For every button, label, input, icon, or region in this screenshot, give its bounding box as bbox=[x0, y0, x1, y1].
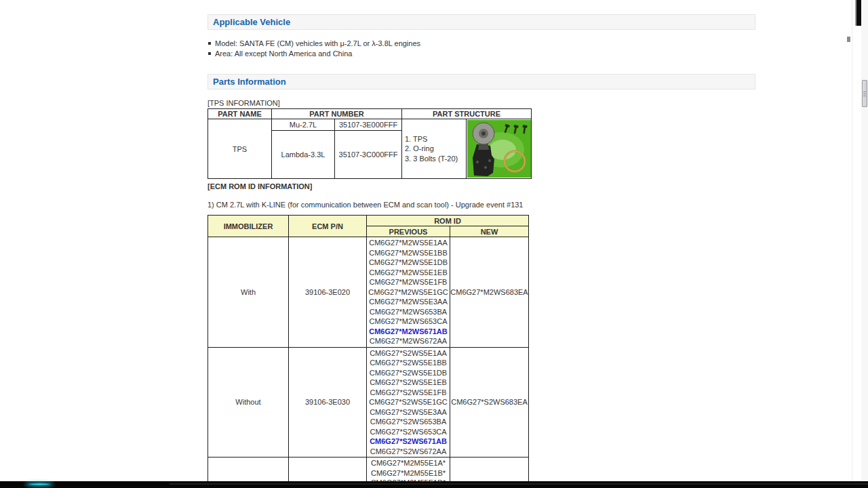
rom-header-row-1: IMMOBILIZER ECM P/N ROM ID bbox=[208, 216, 529, 226]
col-header-part-number: PART NUMBER bbox=[272, 109, 402, 119]
ecm-rom-id-label: [ECM ROM ID INFORMATION] bbox=[208, 182, 755, 190]
rom-id-value: CM6G27*M2M55E1A* bbox=[367, 458, 450, 468]
immobilizer-cell: Without bbox=[208, 347, 289, 458]
rom-id-value: CM6G27*S2WS5E1BB bbox=[367, 358, 450, 368]
service-bulletin-page: { "applicable_vehicle": { "title": "Appl… bbox=[0, 0, 868, 488]
rom-id-value: CM6G27*S2WS672AA bbox=[367, 447, 450, 457]
rom-block-with-immobilizer: With 39106-3E020 CM6G27*M2WS5E1AACM6G27*… bbox=[208, 237, 529, 348]
rom-id-value: CM6G27*S2WS5E1GC bbox=[367, 397, 450, 407]
engine-cell: Lambda-3.3L bbox=[272, 131, 335, 179]
col-header-previous: PREVIOUS bbox=[367, 226, 450, 237]
immobilizer-cell: With bbox=[208, 237, 289, 348]
scrollbar-grip-line bbox=[863, 92, 866, 92]
section-title: Applicable Vehicle bbox=[213, 17, 290, 27]
part-structure-list: 1. TPS2. O-ring3. 3 Bolts (T-20) bbox=[402, 119, 467, 179]
col-header-new: NEW bbox=[450, 226, 529, 237]
bullet-item: Area: All except North America and China bbox=[208, 49, 755, 59]
tps-information-table: PART NAME PART NUMBER PART STRUCTURE TPS… bbox=[208, 108, 532, 179]
vertical-scrollbar-thumb[interactable] bbox=[862, 80, 867, 107]
rom-id-value: CM6G27*S2WS5E1DB bbox=[367, 368, 450, 378]
scrollbar-grip-line bbox=[863, 94, 866, 94]
part-name-cell: TPS bbox=[208, 119, 272, 179]
col-header-immobilizer: IMMOBILIZER bbox=[208, 216, 289, 237]
structure-item: 1. TPS bbox=[405, 134, 466, 144]
rom-id-value: CM6G27*M2WS671AB bbox=[367, 327, 450, 337]
ecm-rom-id-table: IMMOBILIZER ECM P/N ROM ID PREVIOUS NEW … bbox=[208, 215, 529, 488]
part-number-cell: 35107-3C000FFF bbox=[335, 131, 402, 179]
rom-block-without-immobilizer: Without 39106-3E030 CM6G27*S2WS5E1AACM6G… bbox=[208, 347, 529, 458]
engine-cell: Mu-2.7L bbox=[272, 119, 335, 131]
new-rom-id-cell: CM6G27*M2WS683EA bbox=[450, 237, 529, 348]
col-header-part-name: PART NAME bbox=[208, 109, 272, 119]
rom-id-value: CM6G27*M2WS5E1FB bbox=[367, 277, 450, 287]
rom-id-value: CM6G27*M2WS653CA bbox=[367, 317, 450, 327]
structure-item: 2. O-ring bbox=[405, 144, 466, 154]
part-structure-photo-cell bbox=[467, 119, 532, 179]
section-header-applicable-vehicle: Applicable Vehicle bbox=[208, 14, 755, 30]
rom-id-value: CM6G27*M2WS653BA bbox=[367, 307, 450, 317]
page-edge-divider bbox=[852, 0, 852, 481]
taskbar-app-icon-glow bbox=[26, 483, 53, 486]
upgrade-event-note: 1) CM 2.7L with K-LINE (for communicatio… bbox=[208, 201, 755, 209]
scrollbar-grip-line bbox=[863, 96, 866, 96]
ecm-pn-cell: 39106-3E020 bbox=[289, 237, 367, 348]
rom-id-value: CM6G27*M2WS5E3AA bbox=[367, 297, 450, 307]
rom-id-value: CM6G27*M2WS5E1DB bbox=[367, 258, 450, 268]
rom-id-value: CM6G27*M2WS5E1GC bbox=[367, 287, 450, 298]
document-content: Applicable Vehicle Model: SANTA FE (CM) … bbox=[208, 0, 755, 488]
part-number-cell: 35107-3E000FFF bbox=[335, 119, 402, 131]
col-header-ecm-pn: ECM P/N bbox=[289, 216, 367, 237]
applicable-vehicle-bullets: Model: SANTA FE (CM) vehicles with μ-2.7… bbox=[208, 39, 755, 58]
rom-id-value: CM6G27*S2WS5E1FB bbox=[367, 388, 450, 398]
rom-id-value: CM6G27*S2WS5E3AA bbox=[367, 407, 450, 418]
bullet-item: Model: SANTA FE (CM) vehicles with μ-2.7… bbox=[208, 39, 755, 49]
section-header-parts-information: Parts Information bbox=[208, 74, 755, 89]
taskbar-edge[interactable] bbox=[0, 481, 868, 488]
tps-part-photo bbox=[467, 120, 531, 178]
tps-information-label: [TPS INFORMATION] bbox=[208, 99, 755, 107]
new-rom-id-cell: CM6G27*S2WS683EA bbox=[450, 347, 529, 458]
col-header-part-structure: PART STRUCTURE bbox=[402, 109, 532, 119]
rom-id-value: CM6G27*S2WS671AB bbox=[367, 436, 450, 447]
cursor-artifact bbox=[847, 37, 850, 42]
rom-id-value: CM6G27*S2WS653CA bbox=[367, 427, 450, 437]
previous-rom-id-list: CM6G27*S2WS5E1AACM6G27*S2WS5E1BBCM6G27*S… bbox=[367, 347, 450, 458]
tps-row-mu: TPS Mu-2.7L 35107-3E000FFF 1. TPS2. O-ri… bbox=[208, 119, 532, 131]
section-title: Parts Information bbox=[213, 77, 286, 87]
structure-item: 3. 3 Bolts (T-20) bbox=[405, 154, 466, 164]
rom-id-value: CM6G27*M2M55E1B* bbox=[367, 468, 450, 479]
rom-id-value: CM6G27*M2WS5E1AA bbox=[367, 238, 450, 248]
vertical-scrollbar-track[interactable] bbox=[861, 0, 868, 481]
rom-id-value: CM6G27*S2WS5E1AA bbox=[367, 348, 450, 359]
rom-id-value: CM6G27*M2WS5E1EB bbox=[367, 268, 450, 278]
ecm-pn-cell: 39106-3E030 bbox=[289, 347, 367, 458]
taskbar-edge-highlight bbox=[170, 483, 868, 485]
rom-id-value: CM6G27*S2WS653BA bbox=[367, 417, 450, 427]
tps-header-row: PART NAME PART NUMBER PART STRUCTURE bbox=[208, 109, 532, 119]
rom-id-value: CM6G27*M2WS672AA bbox=[367, 336, 450, 346]
rom-id-value: CM6G27*S2WS5E1EB bbox=[367, 378, 450, 388]
col-header-rom-id: ROM ID bbox=[367, 216, 529, 226]
rom-id-value: CM6G27*M2WS5E1BB bbox=[367, 248, 450, 258]
previous-rom-id-list: CM6G27*M2WS5E1AACM6G27*M2WS5E1BBCM6G27*M… bbox=[367, 237, 450, 348]
